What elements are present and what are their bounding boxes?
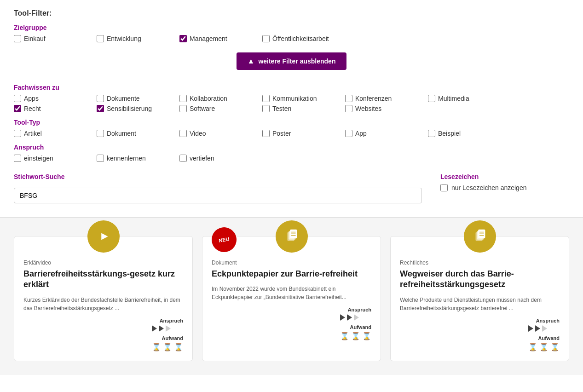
checkbox-einsteigen-input[interactable] — [14, 155, 21, 162]
toggle-filter-button[interactable]: ▲ weitere Filter ausblenden — [237, 52, 347, 70]
checkbox-kollaboration[interactable]: Kollaboration — [179, 95, 258, 102]
checkbox-kennenlernen-input[interactable] — [97, 155, 104, 162]
card-3-icon — [464, 220, 496, 253]
checkbox-apps[interactable]: Apps — [14, 95, 92, 102]
chevron-up-icon: ▲ — [248, 57, 255, 65]
anspruch-options: einsteigen kennenlernen vertiefen — [14, 155, 569, 162]
checkbox-sensibilisierung-input[interactable] — [97, 105, 104, 112]
checkbox-artikel-input[interactable] — [14, 130, 21, 137]
lesezeichen-checkbox[interactable]: nur Lesezeichen anzeigen — [440, 184, 569, 191]
checkbox-multimedia[interactable]: Multimedia — [428, 95, 506, 102]
checkbox-vertiefen[interactable]: vertiefen — [179, 155, 258, 162]
checkbox-websites-label: Websites — [355, 105, 381, 112]
checkbox-kennenlernen[interactable]: kennenlernen — [97, 155, 175, 162]
checkbox-dokumente[interactable]: Dokumente — [97, 95, 175, 102]
checkbox-websites-input[interactable] — [345, 105, 352, 112]
checkbox-video-label: Video — [190, 130, 206, 137]
checkbox-beispiel[interactable]: Beispiel — [428, 130, 506, 137]
card-2-icon — [276, 220, 308, 253]
checkbox-einsteigen[interactable]: einsteigen — [14, 155, 92, 162]
card-3-title: Wegweiser durch das Barrie-refreiheitsst… — [400, 269, 560, 290]
document-stack-icon-2 — [471, 228, 489, 245]
checkbox-entwicklung-input[interactable] — [97, 35, 104, 42]
checkbox-video-input[interactable] — [179, 130, 187, 137]
hourglass-icon-2: ⌛ — [539, 343, 548, 352]
lesezeichen-col: Lesezeichen nur Lesezeichen anzeigen — [440, 167, 569, 191]
checkbox-beispiel-input[interactable] — [428, 130, 435, 137]
checkbox-kommunikation[interactable]: Kommunikation — [262, 95, 341, 102]
checkbox-software[interactable]: Software — [179, 105, 258, 112]
stichwort-input[interactable] — [14, 188, 422, 203]
checkbox-recht-input[interactable] — [14, 105, 21, 112]
checkbox-software-input[interactable] — [179, 105, 187, 112]
checkbox-dokumente-input[interactable] — [97, 95, 104, 102]
filter-panel: Tool-Filter: Zielgruppe Einkauf Entwickl… — [0, 0, 583, 218]
checkbox-konferenzen-input[interactable] — [345, 95, 352, 102]
checkbox-websites[interactable]: Websites — [345, 105, 423, 112]
zielgruppe-options: Einkauf Entwicklung Management Öffentlic… — [14, 35, 569, 42]
checkbox-app[interactable]: App — [345, 130, 423, 137]
arrow-filled-1 — [340, 314, 345, 321]
arrow-empty-1 — [354, 314, 359, 321]
card-3-anspruch-arrows — [528, 325, 560, 332]
checkbox-multimedia-input[interactable] — [428, 95, 435, 102]
card-3-desc: Welche Produkte und Dienstleistungen müs… — [400, 296, 560, 312]
checkbox-app-input[interactable] — [345, 130, 352, 137]
checkbox-kommunikation-label: Kommunikation — [272, 95, 317, 102]
checkbox-oeffentlichkeitsarbeit[interactable]: Öffentlichkeitsarbeit — [262, 35, 341, 42]
checkbox-poster-input[interactable] — [262, 130, 270, 137]
checkbox-konferenzen[interactable]: Konferenzen — [345, 95, 423, 102]
card-1-meta: Anspruch Aufwand ⌛ ⌛ ⌛ — [23, 318, 183, 352]
checkbox-management-input[interactable] — [179, 35, 187, 42]
zielgruppe-label: Zielgruppe — [14, 24, 569, 31]
card-1-anspruch-label: Anspruch — [152, 318, 183, 323]
checkbox-beispiel-label: Beispiel — [438, 130, 461, 137]
card-2-aufwand-label: Aufwand — [340, 324, 371, 330]
hourglass-icon-3: ⌛ — [362, 332, 371, 340]
checkbox-apps-label: Apps — [24, 95, 39, 102]
checkbox-artikel[interactable]: Artikel — [14, 130, 92, 137]
card-3-aufwand-icons: ⌛ ⌛ ⌛ — [528, 343, 560, 352]
card-1[interactable]: Erklärvideo Barrierefreiheitsstärkungs-g… — [14, 236, 193, 361]
card-3-meta-right: Anspruch Aufwand ⌛ ⌛ ⌛ — [528, 318, 560, 352]
checkbox-sensibilisierung[interactable]: Sensibilisierung — [97, 105, 175, 112]
checkbox-apps-input[interactable] — [14, 95, 21, 102]
checkbox-video[interactable]: Video — [179, 130, 258, 137]
checkbox-kollaboration-input[interactable] — [179, 95, 187, 102]
checkbox-vertiefen-input[interactable] — [179, 155, 187, 162]
toggle-btn-wrapper: ▲ weitere Filter ausblenden — [14, 45, 569, 77]
tool-typ-label: Tool-Typ — [14, 119, 569, 126]
hourglass-icon-3: ⌛ — [174, 343, 183, 352]
checkbox-kommunikation-input[interactable] — [262, 95, 270, 102]
checkbox-software-label: Software — [190, 105, 215, 112]
checkbox-multimedia-label: Multimedia — [438, 95, 469, 102]
card-2[interactable]: NEU Dokument Eckpunktepapier zur Barrie-… — [202, 236, 381, 361]
card-3[interactable]: Rechtliches Wegweiser durch das Barrie-r… — [390, 236, 569, 361]
checkbox-poster[interactable]: Poster — [262, 130, 341, 137]
hourglass-icon-3: ⌛ — [550, 343, 560, 352]
lesezeichen-checkbox-input[interactable] — [440, 184, 448, 191]
checkbox-testen-label: Testen — [272, 105, 291, 112]
checkbox-oeffentlichkeitsarbeit-input[interactable] — [262, 35, 270, 42]
arrow-empty-1 — [166, 325, 171, 332]
checkbox-artikel-label: Artikel — [24, 130, 42, 137]
fachwissen-row1: Apps Dokumente Kollaboration Kommunikati… — [14, 95, 569, 102]
checkbox-dokument-input[interactable] — [97, 130, 104, 137]
lesezeichen-label: Lesezeichen — [440, 173, 569, 180]
checkbox-recht[interactable]: Recht — [14, 105, 92, 112]
card-2-meta-right: Anspruch Aufwand ⌛ ⌛ ⌛ — [340, 307, 371, 340]
card-2-type: Dokument — [212, 259, 371, 266]
card-2-desc: Im November 2022 wurde vom Bundeskabinet… — [212, 285, 371, 301]
checkbox-einkauf[interactable]: Einkauf — [14, 35, 92, 42]
arrow-filled-2 — [347, 314, 352, 321]
checkbox-testen[interactable]: Testen — [262, 105, 341, 112]
checkbox-testen-input[interactable] — [262, 105, 270, 112]
checkbox-dokumente-label: Dokumente — [107, 95, 140, 102]
arrow-empty-1 — [542, 325, 547, 332]
checkbox-dokument[interactable]: Dokument — [97, 130, 175, 137]
checkbox-einkauf-input[interactable] — [14, 35, 21, 42]
card-1-icon — [87, 220, 120, 253]
checkbox-kollaboration-label: Kollaboration — [190, 95, 227, 102]
checkbox-entwicklung[interactable]: Entwicklung — [97, 35, 175, 42]
checkbox-management[interactable]: Management — [179, 35, 258, 42]
